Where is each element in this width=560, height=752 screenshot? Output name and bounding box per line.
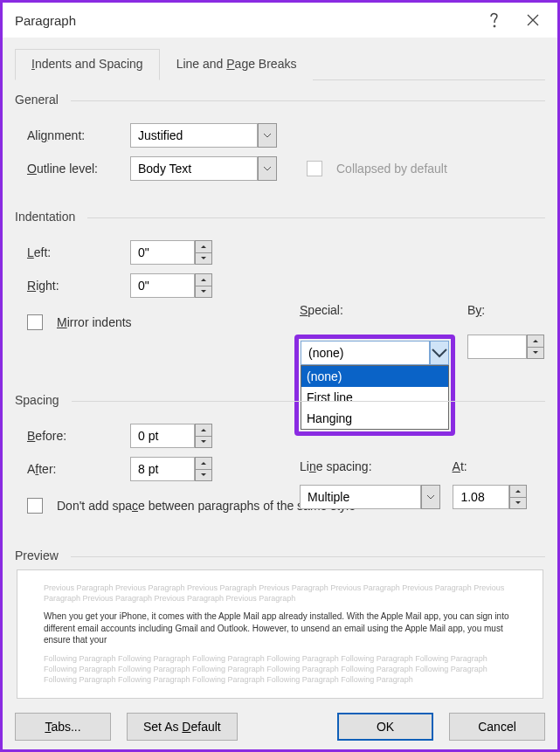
outline-value: Body Text: [130, 156, 258, 181]
spin-down-icon[interactable]: [195, 286, 212, 299]
help-icon: [489, 12, 500, 28]
titlebar: Paragraph: [3, 3, 557, 38]
tabs-button[interactable]: Tabs...: [15, 713, 111, 741]
mirror-checkbox[interactable]: [27, 314, 43, 330]
alignment-value: Justified: [130, 123, 258, 148]
left-value: 0": [130, 240, 195, 265]
special-value: (none): [301, 341, 430, 365]
alignment-combo[interactable]: Justified: [130, 123, 277, 148]
chevron-down-icon: [421, 485, 440, 509]
after-spinner[interactable]: 8 pt: [130, 457, 212, 481]
right-label: Right:: [27, 279, 123, 293]
preview-box: Previous Paragraph Previous Paragraph Pr…: [17, 569, 543, 699]
close-icon: [527, 14, 539, 26]
chevron-down-icon: [430, 341, 449, 365]
tab-indents-spacing[interactable]: Indents and Spacing: [15, 49, 160, 80]
footer: Tabs... Set As Default OK Cancel: [15, 699, 545, 741]
left-label: Left:: [27, 245, 123, 259]
spin-up-icon[interactable]: [195, 424, 212, 436]
cancel-button[interactable]: Cancel: [449, 713, 545, 741]
at-value: 1.08: [453, 485, 509, 509]
spin-up-icon[interactable]: [195, 457, 212, 469]
outline-combo[interactable]: Body Text: [130, 156, 277, 181]
special-highlight-box: (none) (none) First line Hanging: [294, 335, 455, 436]
special-option-none[interactable]: (none): [301, 366, 448, 387]
alignment-label: Alignment:: [27, 128, 123, 142]
spin-down-icon[interactable]: [195, 252, 212, 266]
spin-up-icon[interactable]: [509, 485, 527, 497]
before-value: 0 pt: [130, 424, 195, 448]
mirror-label: Mirror indents: [57, 315, 132, 329]
before-label: Before:: [27, 429, 123, 443]
tab-label: Line and Page Breaks: [176, 57, 297, 71]
tab-label: ndents and Spacing: [35, 57, 143, 71]
spin-up-icon[interactable]: [195, 240, 212, 252]
line-spacing-label: Line spacing:: [300, 459, 372, 473]
at-spinner[interactable]: 1.08: [453, 485, 527, 509]
outline-label: Outline level:: [27, 162, 123, 176]
set-default-button[interactable]: Set As Default: [127, 713, 238, 741]
ok-button[interactable]: OK: [337, 713, 433, 741]
collapsed-checkbox: [307, 161, 322, 176]
line-spacing-combo[interactable]: Multiple: [300, 485, 440, 509]
after-label: After:: [27, 462, 123, 476]
by-value: [467, 335, 527, 359]
preview-ghost-after: Following Paragraph Following Paragraph …: [44, 653, 516, 685]
by-label: By:: [467, 303, 548, 324]
spin-down-icon[interactable]: [195, 436, 212, 449]
tab-bar: Indents and Spacing Line and Page Breaks: [15, 48, 545, 80]
line-spacing-value: Multiple: [300, 485, 421, 509]
right-spinner[interactable]: 0": [130, 273, 212, 298]
special-option-first-line[interactable]: First line: [301, 387, 448, 408]
dont-add-checkbox[interactable]: [27, 498, 43, 514]
special-option-hanging[interactable]: Hanging: [301, 408, 448, 429]
before-spinner[interactable]: 0 pt: [130, 424, 212, 448]
special-label: Special:: [300, 303, 457, 324]
preview-ghost-before: Previous Paragraph Previous Paragraph Pr…: [44, 583, 516, 604]
section-general-title: General: [15, 93, 545, 107]
left-spinner[interactable]: 0": [130, 240, 212, 265]
after-value: 8 pt: [130, 457, 195, 481]
spin-up-icon[interactable]: [527, 335, 544, 347]
spin-up-icon[interactable]: [195, 273, 212, 286]
window-title: Paragraph: [15, 13, 475, 28]
close-button[interactable]: [514, 5, 552, 35]
help-button[interactable]: [475, 5, 514, 35]
chevron-down-icon: [258, 123, 277, 148]
special-dropdown-list: (none) First line Hanging: [301, 365, 449, 430]
special-combo[interactable]: (none): [301, 341, 449, 365]
preview-main-text: When you get your iPhone, it comes with …: [44, 611, 516, 646]
at-label: At:: [453, 459, 467, 473]
right-value: 0": [130, 273, 195, 298]
spin-down-icon[interactable]: [509, 497, 527, 510]
svg-point-0: [494, 25, 495, 27]
section-indentation-title: Indentation: [15, 210, 545, 224]
section-spacing-title: Spacing: [15, 393, 545, 407]
section-preview-title: Preview: [15, 548, 545, 562]
tab-line-page-breaks[interactable]: Line and Page Breaks: [160, 49, 314, 80]
spin-down-icon[interactable]: [195, 469, 212, 482]
chevron-down-icon: [258, 156, 277, 181]
spin-down-icon[interactable]: [527, 347, 544, 360]
by-spinner[interactable]: [467, 335, 544, 359]
collapsed-label: Collapsed by default: [336, 162, 447, 176]
